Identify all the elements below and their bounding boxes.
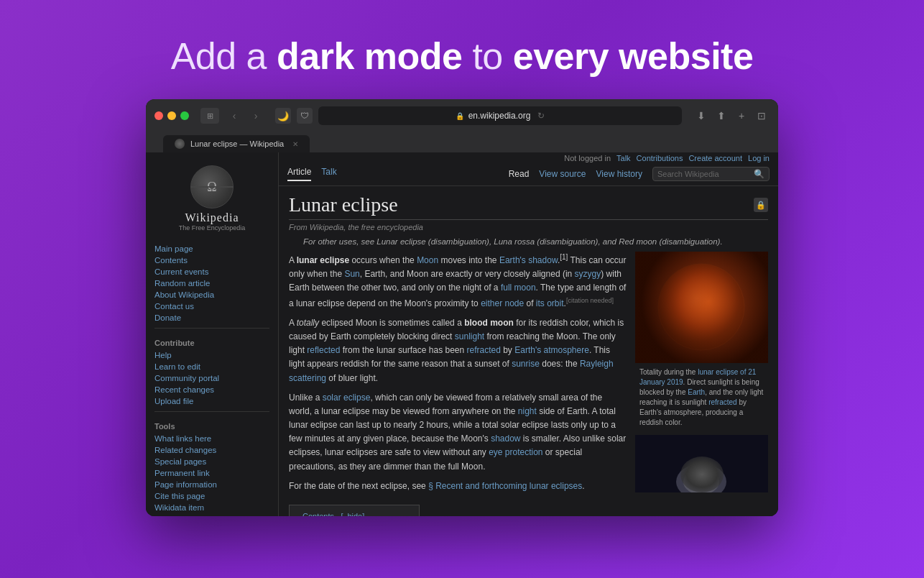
article-tabs: Article Talk	[287, 167, 337, 181]
address-bar[interactable]: 🔒 en.wikipedia.org ↻	[318, 106, 682, 125]
fullscreen-traffic-light[interactable]	[180, 111, 189, 120]
sidebar-item-wikidata-item[interactable]: Wikidata item	[154, 502, 269, 513]
sidebar-item-upload-file[interactable]: Upload file	[154, 395, 269, 407]
article-title: Lunar eclipse 🔒	[289, 193, 768, 220]
sidebar-item-random-article[interactable]: Random article	[154, 277, 269, 289]
talk-link[interactable]: Talk	[616, 154, 631, 162]
sidebar-item-recent-changes[interactable]: Recent changes	[154, 384, 269, 395]
headline-bold1: dark mode	[277, 35, 462, 77]
infobox-caption: Totality during the lunar eclipse of 21 …	[635, 363, 768, 432]
svg-point-1	[658, 264, 744, 350]
article-topbar: Article Talk Read View source View histo…	[279, 162, 778, 186]
sidebar-item-page-information[interactable]: Page information	[154, 479, 269, 490]
wiki-tagline: The Free Encyclopedia	[179, 224, 246, 231]
svg-point-5	[683, 469, 719, 492]
article-area: Not logged in Talk Contributions Create …	[279, 152, 778, 516]
minimize-traffic-light[interactable]	[167, 111, 176, 120]
page-content: Wikipedia The Free Encyclopedia Main pag…	[146, 152, 778, 516]
share-icon[interactable]: ⬆	[713, 108, 729, 124]
contributions-link[interactable]: Contributions	[637, 154, 683, 162]
action-view-source[interactable]: View source	[539, 169, 586, 179]
action-read[interactable]: Read	[509, 169, 530, 179]
sidebar-item-learn-to-edit[interactable]: Learn to edit	[154, 361, 269, 372]
browser-window: ⊞ ‹ › 🌙 🛡 🔒 en.wikipedia.org ↻ ⬇ ⬆ + ⊡	[146, 99, 778, 516]
url-text: en.wikipedia.org	[468, 111, 531, 121]
svg-rect-0	[635, 252, 768, 363]
article-paragraph-4: For the date of the next eclipse, see § …	[289, 480, 627, 493]
not-logged-in-text: Not logged in	[564, 154, 611, 162]
action-view-history[interactable]: View history	[596, 169, 642, 179]
headline-bold2: every website	[513, 35, 754, 77]
extension-shield-icon[interactable]: 🛡	[297, 108, 313, 124]
article-paragraph-3: Unlike a solar eclipse, which can only b…	[289, 391, 627, 474]
active-tab[interactable]: Lunar eclipse — Wikipedia ✕	[163, 135, 310, 152]
contents-title: Contents	[302, 512, 334, 516]
sidebar-item-current-events[interactable]: Current events	[154, 266, 269, 277]
sidebar-item-about-wikipedia[interactable]: About Wikipedia	[154, 289, 269, 301]
back-button[interactable]: ‹	[225, 108, 244, 124]
article-title-text: Lunar eclipse	[289, 193, 398, 216]
user-bar: Not logged in Talk Contributions Create …	[279, 152, 778, 162]
article-text-content: A lunar eclipse occurs when the Moon mov…	[289, 252, 627, 516]
browser-chrome: ⊞ ‹ › 🌙 🛡 🔒 en.wikipedia.org ↻ ⬇ ⬆ + ⊡	[146, 99, 778, 152]
page-headline: Add a dark mode to every website	[171, 35, 754, 78]
sidebar-item-cite-this-page[interactable]: Cite this page	[154, 490, 269, 502]
infobox-image-moon	[635, 252, 768, 363]
sidebar-item-contact-us[interactable]: Contact us	[154, 301, 269, 312]
sidebar-navigation: Main page Contents Current events Random…	[146, 240, 278, 516]
article-paragraph-2: A totally eclipsed Moon is sometimes cal…	[289, 316, 627, 385]
sidebar-item-special-pages[interactable]: Special pages	[154, 456, 269, 467]
tab-close-button[interactable]: ✕	[292, 140, 298, 148]
tab-title: Lunar eclipse — Wikipedia	[190, 139, 284, 148]
downloads-icon[interactable]: ⬇	[693, 108, 709, 124]
hatnote-text: For other uses, see Lunar eclipse (disam…	[303, 237, 723, 246]
sidebar-divider-1	[154, 328, 269, 329]
infobox: Totality during the lunar eclipse of 21 …	[635, 252, 768, 516]
sidebar-item-donate[interactable]: Donate	[154, 312, 269, 324]
sidebar-item-what-links-here[interactable]: What links here	[154, 433, 269, 444]
wiki-brand: Wikipedia	[185, 211, 239, 224]
browser-titlebar: ⊞ ‹ › 🌙 🛡 🔒 en.wikipedia.org ↻ ⬇ ⬆ + ⊡	[154, 106, 770, 125]
tab-favicon	[175, 139, 185, 149]
new-tab-icon[interactable]: +	[734, 108, 749, 124]
sidebar-item-community-portal[interactable]: Community portal	[154, 372, 269, 384]
contribute-section-title: Contribute	[154, 333, 269, 349]
sidebar-toggle-icon[interactable]: ⊡	[754, 108, 770, 124]
contents-header: Contents [hide]	[298, 511, 410, 516]
nav-buttons: ‹ ›	[225, 108, 265, 124]
sidebar-item-contents[interactable]: Contents	[154, 254, 269, 266]
sidebar-item-permanent-link[interactable]: Permanent link	[154, 467, 269, 479]
tab-talk[interactable]: Talk	[321, 167, 336, 181]
infobox-image-2	[635, 435, 768, 492]
sidebar-item-related-changes[interactable]: Related changes	[154, 444, 269, 456]
reload-button[interactable]: ↻	[537, 111, 545, 121]
headline-middle: to	[462, 35, 512, 77]
wiki-logo: Wikipedia The Free Encyclopedia	[146, 160, 278, 240]
extension-moon-icon[interactable]: 🌙	[275, 108, 291, 124]
sidebar-item-main-page[interactable]: Main page	[154, 243, 269, 254]
create-account-link[interactable]: Create account	[688, 154, 742, 162]
article-subtitle: From Wikipedia, the free encyclopedia	[289, 223, 768, 231]
article-body: Lunar eclipse 🔒 From Wikipedia, the free…	[279, 186, 778, 516]
sidebar-item-help[interactable]: Help	[154, 349, 269, 361]
lock-icon: 🔒	[456, 112, 464, 120]
tab-bar: Lunar eclipse — Wikipedia ✕	[154, 131, 770, 152]
blood-moon-svg	[635, 252, 768, 363]
close-traffic-light[interactable]	[154, 111, 163, 120]
svg-rect-6	[635, 435, 768, 492]
article-lock-icon: 🔒	[754, 198, 768, 212]
search-input[interactable]	[657, 170, 751, 178]
log-in-link[interactable]: Log in	[748, 154, 770, 162]
toolbar-right: ⬇ ⬆ + ⊡	[693, 108, 770, 124]
search-box: 🔍	[652, 167, 770, 181]
article-hatnote: For other uses, see Lunar eclipse (disam…	[289, 237, 768, 246]
article-actions: Read View source View history 🔍	[509, 167, 770, 181]
tab-switcher-button[interactable]: ⊞	[200, 108, 219, 124]
contents-hide[interactable]: [hide]	[341, 512, 364, 516]
sidebar-divider-2	[154, 411, 269, 412]
forward-button[interactable]: ›	[246, 108, 265, 124]
tab-article[interactable]: Article	[287, 167, 311, 181]
search-submit-icon[interactable]: 🔍	[754, 169, 764, 179]
tab-switcher-icon: ⊞	[207, 111, 213, 121]
tools-section-title: Tools	[154, 416, 269, 433]
